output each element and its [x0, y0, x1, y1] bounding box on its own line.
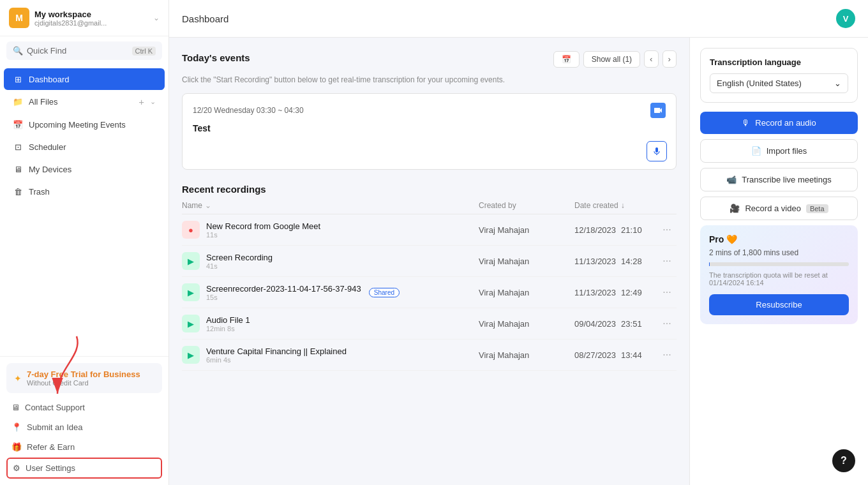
recording-duration: 15s [206, 294, 361, 301]
show-all-button[interactable]: Show all (1) [583, 51, 640, 68]
recording-icon: ▶ [182, 346, 200, 364]
mic-icon: 🎙 [742, 118, 750, 128]
trial-banner[interactable]: ✦ 7-day Free Trial for Business Without … [6, 363, 162, 393]
recordings-title: Recent recordings [182, 184, 677, 195]
chevron-down-icon: ⌄ [153, 13, 160, 22]
workspace-icon: M [9, 8, 29, 28]
sidebar-item-my-devices[interactable]: 🖥 My Devices [4, 158, 165, 180]
refer-earn-link[interactable]: 🎁 Refer & Earn [6, 438, 162, 456]
next-button[interactable]: › [662, 50, 677, 68]
transcribe-live-button[interactable]: 📹 Transcribe live meetings [700, 168, 858, 191]
recording-name[interactable]: Screenrecorder-2023-11-04-17-56-37-943 [206, 284, 361, 294]
language-title: Transcription language [710, 57, 848, 67]
record-video-button[interactable]: 🎥 Record a video Beta [700, 197, 858, 220]
import-files-button[interactable]: 📄 Import files [700, 139, 858, 163]
user-settings-link[interactable]: ⚙ User Settings [6, 458, 162, 479]
support-icon: 🖥 [11, 403, 20, 412]
recording-duration: 41s [206, 262, 273, 270]
chevron-down-icon: ⌄ [834, 78, 841, 88]
main-content: Dashboard V Today's events 📅 Show all (1… [169, 0, 868, 485]
pro-card: Pro 🧡 2 mins of 1,800 mins used The tran… [700, 225, 858, 324]
recording-info: Screenrecorder-2023-11-04-17-56-37-943 1… [206, 284, 479, 301]
idea-icon: 📍 [11, 422, 22, 432]
sidebar-item-label: All Files [29, 97, 133, 107]
star-icon: ✦ [14, 373, 22, 384]
recording-icon: ▶ [182, 283, 200, 301]
col-header-date: Date created ↓ [574, 201, 657, 210]
dashboard-icon: ⊞ [13, 74, 23, 84]
recording-date: 08/27/202313:44 [574, 350, 657, 360]
event-record-button[interactable] [647, 141, 667, 161]
beta-badge: Beta [806, 204, 828, 213]
recording-creator: Viraj Mahajan [479, 319, 574, 329]
grid-icon: ⊡ [13, 142, 23, 152]
calendar-view-button[interactable]: 📅 [553, 51, 580, 68]
page-title: Dashboard [182, 13, 228, 24]
folder-icon: 📁 [13, 97, 23, 107]
more-options-button[interactable]: ··· [657, 224, 677, 235]
col-header-name: Name ⌄ [182, 201, 479, 210]
table-row: ▶ Screenrecorder-2023-11-04-17-56-37-943… [182, 277, 677, 308]
workspace-email: cjdigitals2831@gmail... [34, 19, 148, 27]
quick-find-button[interactable]: 🔍 Quick Find Ctrl K [6, 41, 162, 60]
workspace-name: My workspace [34, 10, 148, 19]
file-icon: 📄 [751, 146, 761, 156]
todays-events-title: Today's events [182, 52, 250, 63]
todays-events-section: Today's events 📅 Show all (1) ‹ › Click … [182, 50, 677, 170]
recording-date: 09/04/202323:51 [574, 319, 657, 329]
resubscribe-button[interactable]: Resubscribe [709, 294, 849, 315]
recording-date: 12/18/202321:10 [574, 225, 657, 235]
prev-button[interactable]: ‹ [644, 50, 658, 68]
event-card: 12/20 Wednesday 03:30 ~ 04:30 Test [182, 93, 677, 170]
workspace-header[interactable]: M My workspace cjdigitals2831@gmail... ⌄ [0, 0, 168, 36]
recording-name[interactable]: Venture Capital Financing || Explained [206, 347, 347, 356]
transcribe-live-label: Transcribe live meetings [742, 175, 831, 184]
right-panel: Transcription language English (United S… [689, 38, 868, 485]
link-label: Submit an Idea [27, 422, 82, 432]
progress-bar [709, 262, 849, 266]
recording-duration: 12min 8s [206, 325, 250, 332]
contact-support-link[interactable]: 🖥 Contact Support [6, 398, 162, 417]
language-card: Transcription language English (United S… [700, 48, 858, 103]
recording-name[interactable]: Screen Recording [206, 253, 273, 262]
sidebar-item-label: Scheduler [29, 142, 156, 152]
sidebar-item-all-files[interactable]: 📁 All Files + ⌄ [4, 91, 165, 113]
recording-creator: Viraj Mahajan [479, 257, 574, 266]
recording-creator: Viraj Mahajan [479, 350, 574, 360]
more-options-button[interactable]: ··· [657, 255, 677, 267]
trash-icon: 🗑 [13, 186, 23, 197]
add-icon[interactable]: + [138, 96, 144, 107]
events-header: Today's events 📅 Show all (1) ‹ › [182, 50, 677, 68]
help-button[interactable]: ? [832, 449, 855, 472]
gift-icon: 🎁 [11, 442, 22, 452]
language-select[interactable]: English (United States) ⌄ [710, 73, 848, 93]
recording-name[interactable]: New Record from Google Meet [206, 221, 320, 231]
recording-icon: ● [182, 221, 200, 239]
sidebar-item-upcoming-meetings[interactable]: 📅 Upcoming Meeting Events [4, 114, 165, 135]
topbar: Dashboard V [169, 0, 868, 38]
recording-creator: Viraj Mahajan [479, 225, 574, 235]
pro-reset-text: The transcription quota will be reset at… [709, 271, 849, 287]
sidebar-item-scheduler[interactable]: ⊡ Scheduler [4, 136, 165, 158]
record-video-label: Record a video [745, 204, 800, 213]
sidebar-bottom: ✦ 7-day Free Trial for Business Without … [0, 356, 168, 485]
sidebar-item-label: Trash [29, 187, 156, 197]
more-options-button[interactable]: ··· [657, 287, 677, 298]
recording-date: 11/13/202314:28 [574, 257, 657, 266]
quick-find-label: Quick Find [27, 46, 66, 56]
record-audio-button[interactable]: 🎙 Record an audio [700, 112, 858, 134]
table-row: ● New Record from Google Meet 11s Viraj … [182, 214, 677, 246]
event-name: Test [193, 123, 666, 133]
more-options-button[interactable]: ··· [657, 318, 677, 329]
content-area: Today's events 📅 Show all (1) ‹ › Click … [169, 38, 868, 485]
video-icon: 📹 [726, 175, 737, 184]
sort-icon: ⌄ [205, 201, 211, 210]
workspace-info: My workspace cjdigitals2831@gmail... [34, 10, 148, 27]
sidebar-item-label: My Devices [29, 165, 156, 174]
sidebar-item-dashboard[interactable]: ⊞ Dashboard [4, 68, 165, 90]
sidebar-item-trash[interactable]: 🗑 Trash [4, 181, 165, 202]
submit-idea-link[interactable]: 📍 Submit an Idea [6, 418, 162, 436]
recording-name[interactable]: Audio File 1 [206, 315, 250, 325]
shared-badge: Shared [369, 288, 400, 297]
more-options-button[interactable]: ··· [657, 349, 677, 361]
